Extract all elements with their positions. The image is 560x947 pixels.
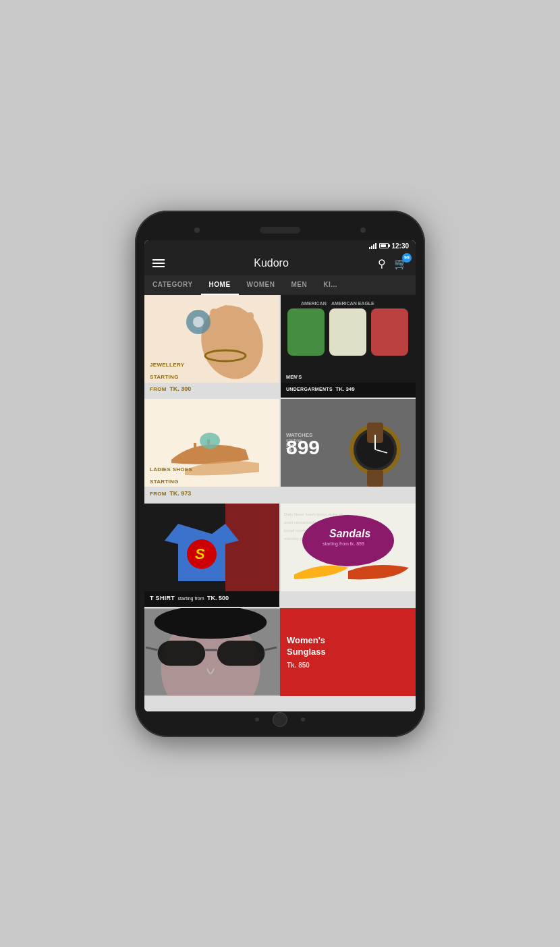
svg-text:Sandals: Sandals — [329, 528, 370, 539]
tab-men[interactable]: MEN — [283, 275, 316, 295]
status-bar: 12:30 — [144, 240, 416, 252]
sunglass-image-left — [144, 608, 280, 696]
svg-point-36 — [302, 515, 394, 566]
jewellery-label: JEWELLERYSTARTINGFROM TK. 300 — [144, 353, 279, 398]
speaker — [260, 227, 300, 234]
product-grid: JEWELLERYSTARTINGFROM TK. 300 AMERICAN — [144, 295, 416, 711]
mens-undergarments-label: MEN'SUNDERGARMENTS TK. 349 — [281, 365, 416, 398]
product-card-tshirt[interactable]: S T SHIRT starting from TK. 500 — [144, 504, 279, 607]
svg-rect-11 — [329, 308, 366, 356]
cart-badge: 99 — [402, 253, 412, 263]
product-card-ladies-shoes[interactable]: LADIES SHOESSTARTINGFROM TK. 973 — [144, 399, 279, 502]
menu-button[interactable] — [152, 259, 165, 267]
status-time: 12:30 — [391, 242, 409, 250]
tshirt-label: T SHIRT starting from TK. 500 — [144, 587, 279, 607]
signal-icon — [369, 242, 376, 249]
app-title: Kudoro — [254, 257, 289, 269]
home-button[interactable] — [273, 712, 287, 727]
sunglass-price: Tk. 850 — [287, 661, 409, 669]
svg-text:starting from tk. 899: starting from tk. 899 — [323, 541, 364, 547]
svg-rect-42 — [217, 641, 265, 666]
sensor — [360, 227, 366, 233]
product-card-jewellery[interactable]: JEWELLERYSTARTINGFROM TK. 300 — [144, 295, 279, 398]
search-icon[interactable]: ⚲ — [378, 257, 386, 270]
svg-point-18 — [200, 433, 220, 449]
svg-text:AMERICAN: AMERICAN — [301, 301, 327, 306]
svg-point-7 — [193, 317, 204, 327]
phone-top — [144, 223, 416, 240]
nav-tabs: CATEGORY HOME WOMEN MEN KI... — [144, 275, 416, 295]
product-card-mens-undergarments[interactable]: AMERICAN AMERICAN EAGLE MEN'SUNDERGARMEN… — [281, 295, 416, 398]
camera — [194, 227, 200, 233]
app-header: Kudoro ⚲ 🛒 99 — [144, 252, 416, 275]
back-button[interactable] — [255, 718, 259, 722]
tab-category[interactable]: CATEGORY — [144, 275, 201, 295]
svg-rect-12 — [371, 308, 408, 356]
tab-kids[interactable]: KI... — [315, 275, 345, 295]
svg-rect-10 — [287, 308, 325, 356]
svg-text:S: S — [195, 545, 205, 562]
recents-button[interactable] — [301, 718, 305, 722]
svg-rect-41 — [158, 641, 206, 666]
sunglass-info-right: Women'sSunglass Tk. 850 — [280, 608, 416, 696]
product-card-sandals[interactable]: Daily News lorem ipsum dolor sit amet co… — [281, 504, 416, 607]
phone-device: 12:30 Kudoro ⚲ 🛒 99 CATEGORY HOME WOMEN — [135, 211, 425, 737]
battery-icon — [379, 243, 389, 248]
tab-home[interactable]: HOME — [201, 275, 239, 295]
svg-rect-24 — [367, 470, 383, 487]
product-card-watches[interactable]: WATCHES starting from Tk. 899 — [281, 399, 416, 502]
svg-text:AMERICAN EAGLE: AMERICAN EAGLE — [331, 301, 374, 306]
cart-button[interactable]: 🛒 99 — [394, 257, 408, 270]
sunglass-title: Women'sSunglass — [287, 635, 409, 658]
tab-women[interactable]: WOMEN — [239, 275, 283, 295]
header-icons: ⚲ 🛒 99 — [378, 257, 408, 270]
product-card-womens-sunglass[interactable]: Women'sSunglass Tk. 850 — [144, 608, 416, 696]
svg-text:Daily News lorem ipsum dolor s: Daily News lorem ipsum dolor sit — [284, 512, 343, 516]
phone-bottom — [144, 711, 416, 725]
phone-screen: 12:30 Kudoro ⚲ 🛒 99 CATEGORY HOME WOMEN — [144, 240, 416, 711]
svg-rect-28 — [225, 504, 279, 591]
ladies-shoes-label: LADIES SHOESSTARTINGFROM TK. 973 — [144, 458, 279, 502]
